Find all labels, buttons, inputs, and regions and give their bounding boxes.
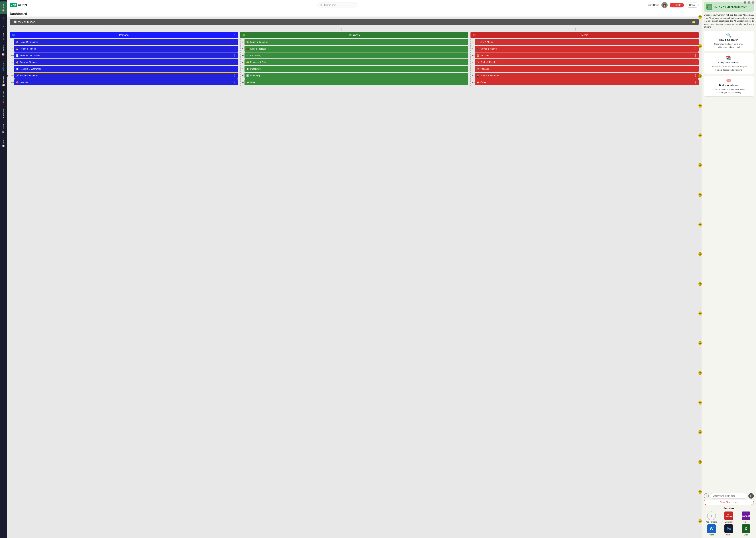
media-item-other[interactable]: 📁 Other ⋮ <box>475 79 699 85</box>
personal-item-row-5: ▶ ✈️ Travel & Vacations ⋮ <box>11 73 238 79</box>
clear-chat-button[interactable]: Clear Chat History <box>704 500 754 505</box>
window-controls: ─ □ ✕ <box>742 0 756 5</box>
zen-clutter-menu-icon[interactable]: 🗂️ <box>692 21 695 24</box>
business-item-finances[interactable]: 💳 Finances & Bills ⋮ <box>244 59 468 65</box>
business-item-marketing[interactable]: 📊 Marketing ⋮ <box>244 73 468 79</box>
finances-dots[interactable]: ⋮ <box>463 60 466 64</box>
personal-item-health-fitness[interactable]: 💪 Health & Fitness ⋮ <box>14 46 238 52</box>
yahoo-icon: yahoo! <box>742 511 750 520</box>
realtime-search-item-0[interactable]: Summarize the latest news on AI <box>706 42 751 46</box>
fav-item-yahoo[interactable]: yahoo! Yahoo <box>738 511 754 523</box>
business-header[interactable]: 🟢 Business ⋮ <box>240 32 468 38</box>
marketing-dots[interactable]: ⋮ <box>463 74 466 77</box>
maximize-button[interactable]: □ <box>748 1 750 4</box>
create-button[interactable]: + Create <box>670 3 684 7</box>
media-item-photos[interactable]: 📷 Photos & Memories ⋮ <box>475 73 699 79</box>
personal-item-row-2: 📄 Personal Documents ⋮ <box>11 52 238 58</box>
work-dots[interactable]: ⋮ <box>463 47 466 50</box>
realtime-search-item-1[interactable]: Write personalized email <box>706 46 751 49</box>
brainstorm-item-0[interactable]: Offers substantial educational value <box>706 88 751 91</box>
spiral-ring-7 <box>698 193 702 197</box>
search-input[interactable] <box>324 4 354 6</box>
spiral-ring-11 <box>698 311 702 315</box>
prompt-plus-button[interactable]: + <box>704 493 709 499</box>
paperwork-icon: 📋 <box>246 68 249 70</box>
personal-item-finance[interactable]: 💰 Personal Finance ⋮ <box>14 59 238 65</box>
prompt-send-button[interactable]: ➤ <box>748 493 754 499</box>
media-header-icon: 🔴 <box>473 33 476 36</box>
business-item-other[interactable]: 📁 Other ⋮ <box>244 79 468 85</box>
media-header-menu[interactable]: ⋮ <box>694 33 696 36</box>
media-item-row-4: 🎙️ Podcasts ⋮ <box>472 66 699 72</box>
fav-item-adobe[interactable]: Ps Adobe <box>721 524 737 536</box>
fav-item-economist[interactable]: TheEconomist Economist <box>721 511 737 523</box>
paperwork-dots[interactable]: ⋮ <box>463 67 466 71</box>
podcasts-dots[interactable]: ⋮ <box>694 67 697 71</box>
media-item-books[interactable]: 📚 Books & Ebooks ⋮ <box>475 59 699 65</box>
sidebar-item-todo[interactable]: ✓ To Do List <box>0 15 7 30</box>
business-item-purchasing[interactable]: 🛒 Purchasing ⋮ <box>244 52 468 58</box>
nft-dots[interactable]: ⋮ <box>694 54 697 57</box>
media-item-podcasts[interactable]: 🎙️ Podcasts ⋮ <box>475 66 699 72</box>
brainstorm-item-1[interactable]: Encourages critical thinking <box>706 91 751 94</box>
personal-item-travel[interactable]: ✈️ Travel & Vacations ⋮ <box>14 73 238 79</box>
delete-button[interactable]: Delete <box>686 3 699 8</box>
sidebar-item-favorites[interactable]: ♥ Favorites <box>0 106 7 121</box>
search-bar[interactable]: 🔍 <box>317 3 357 7</box>
business-item-paperwork[interactable]: 📋 Paperwork ⋮ <box>244 66 468 72</box>
personal-items: 🏠 Home Renovations ⋮ 💪 Health & Fitness … <box>10 39 238 86</box>
health-fitness-dots[interactable]: ⋮ <box>233 47 236 50</box>
longform-item-1[interactable]: Fosters deeper understanding <box>706 68 751 72</box>
media-item-row-6: 📁 Other ⋮ <box>472 79 699 85</box>
personal-item-hobbies[interactable]: 🎯 Hobbies ⋮ <box>14 79 238 85</box>
hobbies-dots[interactable]: ⋮ <box>233 81 236 84</box>
prompt-input[interactable] <box>710 493 747 499</box>
sidebar-item-calendar[interactable]: 📅 Calendar <box>0 43 7 58</box>
home-renovations-dots[interactable]: ⋮ <box>233 40 236 44</box>
sidebar-item-timer[interactable]: ⏱ Timer <box>0 30 7 42</box>
avatar: 👩 <box>662 2 668 8</box>
sidebar-item-bookmarks[interactable]: 🔖 Bookmarks <box>0 89 7 106</box>
travel-dots[interactable]: ⋮ <box>233 74 236 77</box>
media-item-arts[interactable]: 🎵 Arts & Music ⋮ <box>475 39 699 45</box>
business-item-logos[interactable]: 🎨 Logos & Illustation ⋮ <box>244 39 468 45</box>
receipts-dots[interactable]: ⋮ <box>233 67 236 71</box>
fav-item-word[interactable]: W Word <box>704 524 720 536</box>
media-other-dots[interactable]: ⋮ <box>694 81 697 84</box>
personal-docs-dots[interactable]: ⋮ <box>233 54 236 57</box>
arts-dots[interactable]: ⋮ <box>694 40 697 44</box>
excel-icon: X <box>742 524 750 533</box>
personal-item-home-renovations[interactable]: 🏠 Home Renovations ⋮ <box>14 39 238 45</box>
photos-dots[interactable]: ⋮ <box>694 74 697 77</box>
personal-item-documents[interactable]: 📄 Personal Documents ⋮ <box>14 52 238 58</box>
media-item-movies[interactable]: 🎬 Movies & Videos ⋮ <box>475 46 699 52</box>
adobe-icon: Ps <box>725 524 733 533</box>
media-item-nft[interactable]: 🖼️ NFT arts ⋮ <box>475 52 699 58</box>
books-dots[interactable]: ⋮ <box>694 60 697 64</box>
fav-item-excel[interactable]: X Excel <box>738 524 754 536</box>
business-item-work[interactable]: 💼 Work & Projects ⋮ <box>244 46 468 52</box>
logos-dots[interactable]: ⋮ <box>463 40 466 44</box>
arrow-media: ↓ <box>575 27 576 31</box>
business-header-menu[interactable]: ⋮ <box>463 33 466 36</box>
personal-item-receipts[interactable]: 🧾 Receipts & Warranties ⋮ <box>14 66 238 72</box>
close-button[interactable]: ✕ <box>752 1 754 4</box>
sidebar-label-bookmarks: Bookmarks <box>3 91 5 100</box>
sidebar-item-zennotes[interactable]: 📝 ZENotes <box>0 74 7 88</box>
sidebar-item-backup[interactable]: 💾 Backup <box>0 136 7 149</box>
fav-item-add[interactable]: + Add Favorites <box>704 511 720 523</box>
personal-finance-dots[interactable]: ⋮ <box>233 60 236 64</box>
purchasing-dots[interactable]: ⋮ <box>463 54 466 57</box>
movies-dots[interactable]: ⋮ <box>694 47 697 50</box>
personal-header-menu[interactable]: ⋮ <box>233 33 236 36</box>
sidebar-item-journal[interactable]: 📓 Journal <box>0 122 7 135</box>
minimize-button[interactable]: ─ <box>744 1 746 4</box>
media-header[interactable]: 🔴 Media ⋮ <box>470 32 699 38</box>
sidebar-item-contacts[interactable]: 👤 Contacts <box>0 58 7 73</box>
sidebar-label-calendar: Calendar <box>3 45 5 52</box>
business-item-row-5: 📊 Marketing ⋮ <box>242 73 468 79</box>
personal-header[interactable]: 🔵 Personal ⋮ <box>10 32 238 38</box>
longform-item-0[interactable]: Detailed analyses, and nuanced insights <box>706 65 751 68</box>
business-other-dots[interactable]: ⋮ <box>463 81 466 84</box>
sidebar-item-home[interactable]: 🏠 Home <box>0 1 7 14</box>
